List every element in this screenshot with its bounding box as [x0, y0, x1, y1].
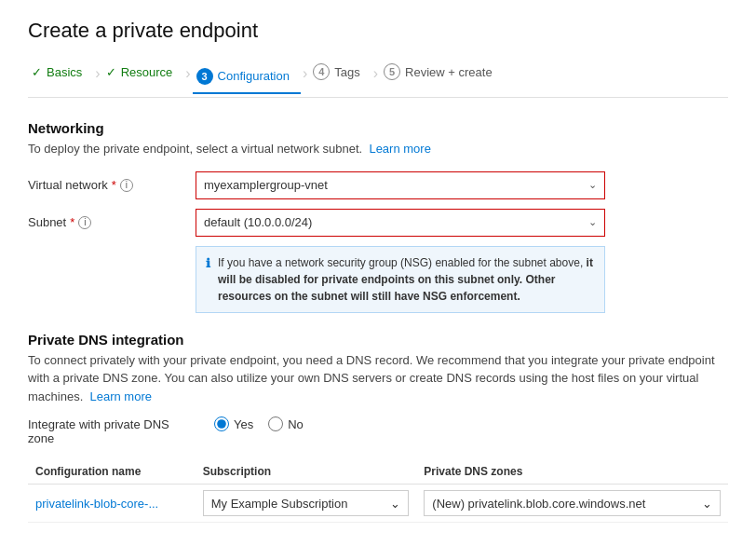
chevron-down-icon-sub: ⌄ [390, 497, 400, 511]
separator-4: › [371, 65, 380, 82]
networking-desc: To deploy the private endpoint, select a… [28, 140, 728, 158]
check-icon-2: ✓ [106, 65, 116, 79]
virtual-network-value: myexamplergroup-vnet [204, 178, 328, 192]
page-title: Create a private endpoint [28, 19, 728, 43]
subnet-row: Subnet * i default (10.0.0.0/24) ⌄ [28, 209, 728, 237]
step-review-number: 5 [384, 63, 400, 80]
networking-section: Networking To deploy the private endpoin… [28, 120, 728, 313]
integrate-row: Integrate with private DNS zone Yes No [28, 416, 728, 446]
dns-section-title: Private DNS integration [28, 332, 728, 348]
step-review-label: Review + create [405, 65, 493, 79]
subscription-value: My Example Subscription [211, 497, 348, 511]
config-name-value: privatelink-blob-core-... [35, 497, 158, 511]
col-dns-header: Private DNS zones [416, 459, 728, 485]
check-icon: ✓ [32, 65, 42, 79]
step-tags-number: 4 [313, 63, 330, 80]
step-resource-label: Resource [121, 65, 173, 79]
step-resource[interactable]: ✓ Resource [102, 61, 184, 87]
step-review[interactable]: 5 Review + create [380, 60, 504, 88]
subnet-info-icon[interactable]: i [78, 216, 91, 229]
dns-learn-more[interactable]: Learn more [89, 389, 151, 403]
config-name-cell: privatelink-blob-core-... [28, 485, 196, 523]
integrate-radio-group: Yes No [214, 416, 304, 431]
radio-yes[interactable] [214, 416, 229, 431]
chevron-down-icon-2: ⌄ [588, 216, 597, 228]
virtual-network-info-icon[interactable]: i [120, 179, 133, 192]
dns-table: Configuration name Subscription Private … [28, 459, 728, 523]
integrate-label: Integrate with private DNS zone [28, 417, 196, 445]
step-basics[interactable]: ✓ Basics [28, 61, 93, 87]
separator-1: › [93, 65, 101, 82]
step-configuration[interactable]: 3 Configuration [193, 64, 301, 94]
step-tags[interactable]: 4 Tags [309, 60, 371, 88]
required-star: * [112, 178, 116, 192]
dns-table-header: Configuration name Subscription Private … [28, 459, 728, 485]
virtual-network-row: Virtual network * i myexamplergroup-vnet… [28, 171, 728, 199]
virtual-network-label: Virtual network * i [28, 178, 196, 192]
step-tags-label: Tags [334, 65, 359, 79]
dns-section-desc: To connect privately with your private e… [28, 351, 728, 406]
dns-zone-value: (New) privatelink.blob.core.windows.net [432, 497, 645, 511]
col-sub-header: Subscription [196, 459, 417, 485]
info-circle-icon: ℹ [206, 254, 210, 305]
chevron-down-icon-dns: ⌄ [702, 497, 712, 511]
subscription-select[interactable]: My Example Subscription ⌄ [203, 490, 410, 516]
subnet-select[interactable]: default (10.0.0.0/24) ⌄ [196, 209, 605, 237]
col-config-header: Configuration name [28, 459, 196, 485]
subnet-label: Subnet * i [28, 215, 196, 229]
nsg-info-banner: ℹ If you have a network security group (… [196, 246, 605, 313]
networking-learn-more[interactable]: Learn more [369, 142, 430, 156]
radio-no[interactable] [268, 416, 283, 431]
radio-no-text: No [288, 417, 304, 431]
dns-zone-select[interactable]: (New) privatelink.blob.core.windows.net … [424, 490, 721, 516]
virtual-network-select[interactable]: myexamplergroup-vnet ⌄ [196, 171, 605, 199]
chevron-down-icon: ⌄ [588, 179, 597, 191]
step-configuration-label: Configuration [218, 69, 290, 83]
subscription-cell: My Example Subscription ⌄ [196, 485, 417, 523]
required-star-2: * [70, 215, 74, 229]
radio-no-label[interactable]: No [268, 416, 304, 431]
step-basics-label: Basics [47, 65, 82, 79]
wizard-steps: ✓ Basics › ✓ Resource › 3 Configuration … [28, 60, 728, 98]
radio-yes-label[interactable]: Yes [214, 416, 253, 431]
subnet-value: default (10.0.0.0/24) [204, 215, 312, 229]
separator-2: › [183, 65, 192, 82]
radio-yes-text: Yes [234, 417, 253, 431]
nsg-info-text: If you have a network security group (NS… [218, 254, 595, 305]
networking-title: Networking [28, 120, 728, 136]
step-configuration-number: 3 [196, 68, 213, 85]
dns-zone-cell: (New) privatelink.blob.core.windows.net … [416, 485, 728, 523]
dns-section: Private DNS integration To connect priva… [28, 332, 728, 524]
separator-3: › [301, 65, 309, 82]
table-row: privatelink-blob-core-... My Example Sub… [28, 485, 728, 523]
